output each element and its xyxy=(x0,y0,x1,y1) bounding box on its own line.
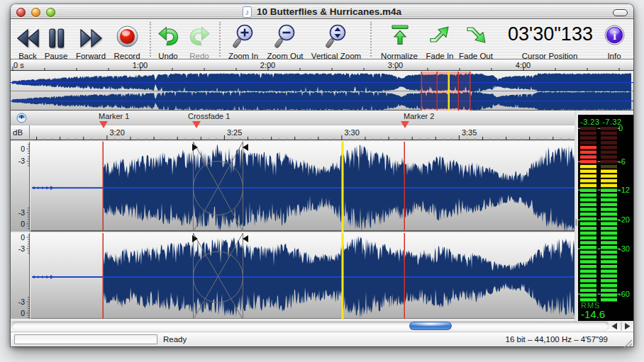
svg-text:3:35: 3:35 xyxy=(462,128,477,137)
svg-text:2:00: 2:00 xyxy=(260,61,275,69)
svg-text:0 s: 0 s xyxy=(13,61,24,69)
svg-text:1:00: 1:00 xyxy=(133,61,148,69)
svg-text:4:00: 4:00 xyxy=(516,61,531,69)
svg-text:♪: ♪ xyxy=(245,8,250,16)
svg-text:3:00: 3:00 xyxy=(388,61,403,69)
svg-text:i: i xyxy=(613,29,616,43)
svg-text:3:25: 3:25 xyxy=(227,128,242,137)
svg-text:3:30: 3:30 xyxy=(344,128,359,137)
svg-text:3:20: 3:20 xyxy=(109,128,124,137)
